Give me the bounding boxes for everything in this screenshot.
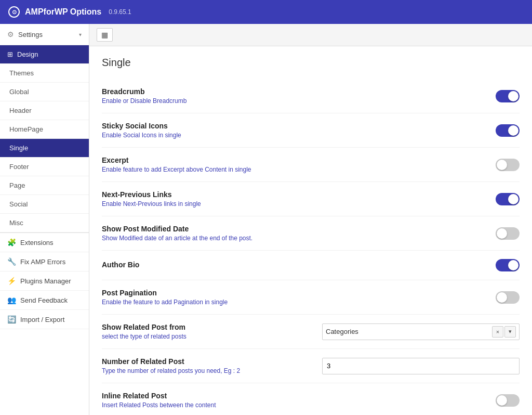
toggle-knob-next-previous-links — [508, 194, 518, 204]
sidebar-item-import-export[interactable]: 🔄Import / Export — [0, 310, 89, 329]
sidebar-settings-header[interactable]: ⚙ Settings ▾ — [0, 24, 89, 45]
number-input-number-of-related-post[interactable] — [322, 358, 520, 374]
setting-control-author-bio[interactable] — [496, 259, 520, 271]
toggle-knob-breadcrumb — [508, 91, 518, 101]
setting-desc-post-pagination: Enable the feature to add Pagination in … — [102, 299, 228, 306]
sidebar-item-plugins-manager[interactable]: ⚡Plugins Manager — [0, 271, 89, 291]
setting-info-post-pagination: Post PaginationEnable the feature to add… — [102, 289, 228, 306]
setting-row-post-pagination: Post PaginationEnable the feature to add… — [102, 280, 520, 315]
toggle-next-previous-links[interactable] — [496, 193, 520, 205]
sidebar-item-page[interactable]: Page — [0, 176, 89, 195]
setting-control-breadcrumb[interactable] — [496, 90, 520, 102]
setting-info-excerpt: ExcerptEnable feature to add Excerpt abo… — [102, 156, 251, 173]
sidebar-item-send-feedback[interactable]: 👥Send Feedback — [0, 291, 89, 310]
design-icon: ⊞ — [7, 50, 13, 58]
setting-control-show-post-modified-date[interactable] — [496, 227, 520, 240]
setting-desc-sticky-social-icons: Enable Social Icons in single — [102, 132, 181, 139]
setting-desc-breadcrumb: Enable or Disable Breadcrumb — [102, 97, 187, 105]
toggle-slider-inline-related-post[interactable] — [496, 394, 520, 407]
setting-control-excerpt[interactable] — [496, 159, 520, 171]
select-arrow-show-related-post-from[interactable]: ▾ — [504, 326, 516, 338]
sidebar-design-label: Design — [17, 50, 38, 58]
setting-label-breadcrumb: Breadcrumb — [102, 87, 187, 96]
toggle-show-post-modified-date[interactable] — [496, 227, 520, 240]
toggle-post-pagination[interactable] — [496, 291, 520, 304]
import-export-icon: 🔄 — [7, 315, 16, 323]
setting-label-sticky-social-icons: Sticky Social Icons — [102, 122, 181, 130]
sidebar-item-homepage[interactable]: HomePage — [0, 120, 89, 139]
toggle-inline-related-post[interactable] — [496, 394, 520, 407]
setting-control-next-previous-links[interactable] — [496, 193, 520, 205]
toggle-slider-author-bio[interactable] — [496, 259, 520, 271]
setting-desc-inline-related-post: Insert Related Posts between the content — [102, 401, 216, 409]
content-toolbar: ▦ — [89, 24, 532, 46]
sidebar-item-themes[interactable]: Themes — [0, 64, 89, 83]
setting-label-next-previous-links: Next-Previous Links — [102, 190, 201, 199]
setting-control-number-of-related-post[interactable] — [322, 358, 520, 374]
setting-row-show-related-post-from: Show Related Post fromselect the type of… — [102, 315, 520, 349]
setting-row-excerpt: ExcerptEnable feature to add Excerpt abo… — [102, 148, 520, 182]
select-show-related-post-from[interactable]: Categories×▾ — [322, 323, 520, 340]
toggle-slider-post-pagination[interactable] — [496, 291, 520, 304]
grid-view-button[interactable]: ▦ — [97, 28, 113, 42]
setting-info-number-of-related-post: Number of Related PostType the number of… — [102, 357, 240, 374]
setting-row-author-bio: Author Bio — [102, 251, 520, 280]
setting-row-number-of-related-post: Number of Related PostType the number of… — [102, 349, 520, 383]
sidebar-item-footer[interactable]: Footer — [0, 158, 89, 176]
top-header: ⊙ AMPforWP Options 0.9.65.1 — [0, 0, 532, 24]
setting-control-show-related-post-from[interactable]: Categories×▾ — [322, 323, 520, 340]
app-title: AMPforWP Options — [25, 7, 101, 17]
grid-icon: ▦ — [101, 31, 108, 39]
setting-row-breadcrumb: BreadcrumbEnable or Disable Breadcrumb — [102, 79, 520, 113]
setting-control-post-pagination[interactable] — [496, 291, 520, 304]
sidebar-item-extensions[interactable]: 🧩Extensions — [0, 233, 89, 252]
setting-info-next-previous-links: Next-Previous LinksEnable Next-Previous … — [102, 190, 201, 208]
toggle-slider-breadcrumb[interactable] — [496, 90, 520, 102]
setting-label-inline-related-post: Inline Related Post — [102, 392, 216, 400]
setting-desc-number-of-related-post: Type the number of related posts you nee… — [102, 367, 240, 374]
toggle-knob-post-pagination — [497, 292, 507, 303]
chevron-down-icon: ▾ — [79, 32, 82, 37]
fix-amp-errors-icon: 🔧 — [7, 257, 16, 266]
sidebar-item-design[interactable]: ⊞ Design — [0, 45, 89, 64]
setting-control-sticky-social-icons[interactable] — [496, 124, 520, 137]
plugins-manager-icon: ⚡ — [7, 277, 16, 285]
toggle-excerpt[interactable] — [496, 159, 520, 171]
setting-desc-show-post-modified-date: Show Modified date of an article at the … — [102, 235, 252, 242]
setting-desc-next-previous-links: Enable Next-Previous links in single — [102, 200, 201, 208]
sidebar-item-fix-amp-errors[interactable]: 🔧Fix AMP Errors — [0, 252, 89, 271]
setting-label-excerpt: Excerpt — [102, 156, 251, 164]
toggle-slider-excerpt[interactable] — [496, 159, 520, 171]
setting-label-show-post-modified-date: Show Post Modified Date — [102, 225, 252, 233]
sidebar-item-global[interactable]: Global — [0, 83, 89, 101]
setting-label-post-pagination: Post Pagination — [102, 289, 228, 297]
setting-info-breadcrumb: BreadcrumbEnable or Disable Breadcrumb — [102, 87, 187, 105]
toggle-knob-author-bio — [508, 260, 518, 270]
setting-label-author-bio: Author Bio — [102, 261, 139, 269]
extensions-icon: 🧩 — [7, 238, 16, 247]
sidebar-item-misc[interactable]: Misc — [0, 214, 89, 232]
send-feedback-icon: 👥 — [7, 296, 16, 304]
content-inner: Single BreadcrumbEnable or Disable Bread… — [89, 46, 532, 415]
toggle-knob-excerpt — [497, 160, 507, 170]
setting-info-inline-related-post: Inline Related PostInsert Related Posts … — [102, 392, 216, 409]
toggle-knob-sticky-social-icons — [508, 125, 518, 136]
toggle-slider-sticky-social-icons[interactable] — [496, 124, 520, 137]
main-layout: ⚙ Settings ▾ ⊞ Design ThemesGlobalHeader… — [0, 24, 532, 415]
toggle-author-bio[interactable] — [496, 259, 520, 271]
toggle-slider-next-previous-links[interactable] — [496, 193, 520, 205]
setting-control-inline-related-post[interactable] — [496, 394, 520, 407]
setting-label-number-of-related-post: Number of Related Post — [102, 357, 240, 366]
select-clear-show-related-post-from[interactable]: × — [492, 326, 503, 338]
sidebar-item-header[interactable]: Header — [0, 101, 89, 120]
setting-desc-show-related-post-from: select the type of related posts — [102, 333, 187, 340]
setting-row-sticky-social-icons: Sticky Social IconsEnable Social Icons i… — [102, 113, 520, 148]
toggle-sticky-social-icons[interactable] — [496, 124, 520, 137]
sidebar-item-social[interactable]: Social — [0, 195, 89, 214]
setting-desc-excerpt: Enable feature to add Excerpt above Cont… — [102, 166, 251, 173]
toggle-slider-show-post-modified-date[interactable] — [496, 227, 520, 240]
toggle-breadcrumb[interactable] — [496, 90, 520, 102]
select-value-show-related-post-from: Categories — [326, 328, 492, 335]
setting-info-show-post-modified-date: Show Post Modified DateShow Modified dat… — [102, 225, 252, 242]
sidebar-item-single[interactable]: Single — [0, 139, 89, 158]
